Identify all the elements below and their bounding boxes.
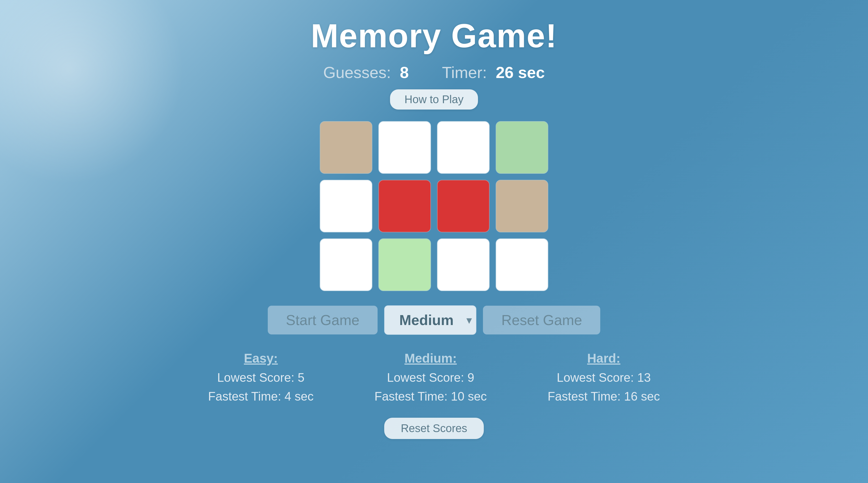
easy-label: Easy: bbox=[244, 351, 278, 366]
easy-lowest-score: Lowest Score: 5 bbox=[217, 371, 305, 385]
timer-value: 26 sec bbox=[496, 63, 545, 81]
card-9[interactable] bbox=[378, 238, 431, 291]
easy-fastest-time: Fastest Time: 4 sec bbox=[208, 390, 313, 403]
medium-label: Medium: bbox=[404, 351, 457, 366]
hard-scores: Hard: Lowest Score: 13 Fastest Time: 16 … bbox=[548, 351, 660, 403]
hard-lowest-score: Lowest Score: 13 bbox=[557, 371, 651, 385]
card-5[interactable] bbox=[378, 180, 431, 232]
card-8[interactable] bbox=[320, 238, 372, 291]
difficulty-select-wrapper: Easy Medium Hard bbox=[382, 305, 478, 335]
how-to-play-button[interactable]: How to Play bbox=[390, 89, 478, 110]
guesses-section: Guesses: 8 bbox=[323, 63, 408, 82]
card-4[interactable] bbox=[320, 180, 372, 232]
reset-game-button[interactable]: Reset Game bbox=[483, 306, 600, 334]
card-1[interactable] bbox=[378, 121, 431, 174]
card-2[interactable] bbox=[437, 121, 490, 174]
guesses-label: Guesses: bbox=[323, 63, 391, 81]
timer-section: Timer: 26 sec bbox=[442, 63, 545, 82]
medium-lowest-score: Lowest Score: 9 bbox=[387, 371, 474, 385]
card-11[interactable] bbox=[496, 238, 548, 291]
card-7[interactable] bbox=[496, 180, 548, 232]
scores-section: Easy: Lowest Score: 5 Fastest Time: 4 se… bbox=[208, 351, 660, 403]
medium-scores: Medium: Lowest Score: 9 Fastest Time: 10… bbox=[375, 351, 487, 403]
card-0[interactable] bbox=[320, 121, 372, 174]
hard-fastest-time: Fastest Time: 16 sec bbox=[548, 390, 660, 403]
stats-row: Guesses: 8 Timer: 26 sec bbox=[323, 63, 545, 82]
difficulty-select[interactable]: Easy Medium Hard bbox=[384, 305, 476, 335]
card-6[interactable] bbox=[437, 180, 490, 232]
start-game-button[interactable]: Start Game bbox=[268, 306, 378, 334]
controls-row: Start Game Easy Medium Hard Reset Game bbox=[266, 305, 603, 335]
timer-label: Timer: bbox=[442, 63, 487, 81]
hard-label: Hard: bbox=[587, 351, 620, 366]
card-10[interactable] bbox=[437, 238, 490, 291]
reset-scores-button[interactable]: Reset Scores bbox=[384, 418, 484, 439]
card-grid bbox=[320, 121, 548, 291]
guesses-value: 8 bbox=[400, 63, 409, 81]
medium-fastest-time: Fastest Time: 10 sec bbox=[375, 390, 487, 403]
card-3[interactable] bbox=[496, 121, 548, 174]
easy-scores: Easy: Lowest Score: 5 Fastest Time: 4 se… bbox=[208, 351, 313, 403]
page-title: Memory Game! bbox=[311, 17, 557, 55]
